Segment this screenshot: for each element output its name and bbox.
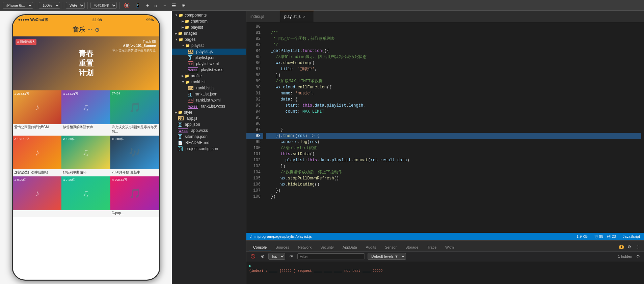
list-item[interactable]: ♫ ♫ 1.30亿 好听到单曲循环: [61, 136, 110, 176]
tree-folder-components[interactable]: ▼ 📁 components: [172, 12, 246, 18]
devtools-settings-button[interactable]: ⚙: [626, 244, 633, 250]
tree-file-ranklist-wxss[interactable]: wxss rankList.wxss: [172, 103, 246, 109]
file-label: project.config.json: [185, 146, 218, 151]
console-gear-button[interactable]: ⚙: [635, 253, 641, 259]
tree-file-ranklist-wxml[interactable]: <> rankList.wxml: [172, 97, 246, 103]
header-dots[interactable]: ···: [87, 27, 92, 33]
tab-security[interactable]: Security: [316, 244, 338, 251]
network-group: WiFi: [66, 2, 88, 9]
search-toolbar-button[interactable]: ⌕: [153, 2, 158, 9]
tree-file-appwxss[interactable]: ▶ wxss app.wxss: [172, 127, 246, 134]
tree-folder-style[interactable]: ▶ 📁 style: [172, 109, 246, 115]
file-label: rankList.json: [195, 92, 217, 96]
tab-audits[interactable]: Audits: [362, 244, 380, 251]
wxss-file-icon: wxss: [188, 67, 198, 72]
phone-time: 22:08: [92, 18, 102, 22]
tree-file-sitemap[interactable]: ▶ {} sitemap.json: [172, 134, 246, 140]
tab-sensor[interactable]: Sensor: [381, 244, 401, 251]
console-eye-button[interactable]: 👁: [288, 253, 295, 259]
music-count: ♫ 134.91万: [63, 92, 78, 96]
console-clear-button[interactable]: 🚫: [249, 253, 257, 259]
zoom-select[interactable]: 100%: [39, 2, 60, 9]
tree-folder-pages[interactable]: ▼ 📁 pages: [172, 36, 246, 42]
expand-arrow: ▶: [182, 26, 184, 29]
console-pause-button[interactable]: ⊘: [260, 253, 266, 259]
file-size: 1.9 KB: [576, 234, 588, 238]
layout-button[interactable]: ⊞: [180, 2, 187, 9]
screen-button[interactable]: 📱: [134, 2, 142, 9]
list-item[interactable]: ♫ ♫ 7.25亿: [61, 176, 110, 217]
tree-folder-chatroom[interactable]: ▶ 📁 chatroom: [172, 18, 246, 24]
file-label: rankList.wxml: [196, 98, 221, 103]
tab-storage[interactable]: Storage: [401, 244, 423, 251]
json-file-icon: {}: [178, 122, 182, 127]
list-button[interactable]: ☰: [170, 2, 178, 9]
json-file-icon: {}: [188, 92, 192, 96]
list-item[interactable]: 🎵 ♫ 708.52万 C-pop...: [110, 176, 159, 217]
list-item[interactable]: ♪ ♫ 0.00亿: [13, 176, 62, 217]
list-item[interactable]: 🎵 87459 许光汉女孩必听||你是寒冷冬天的...: [110, 90, 159, 136]
wxss-file-icon: wxss: [188, 104, 198, 109]
device-select[interactable]: iPhone 6/...: [3, 2, 33, 9]
tree-folder-playlist-page[interactable]: ▼ 📁 playlist: [172, 42, 246, 49]
phone-battery: 95%: [146, 18, 154, 22]
tree-folder-playlist-comp[interactable]: ▶ 📁 playlist: [172, 24, 246, 30]
operation-select[interactable]: 模拟操作: [90, 2, 117, 9]
music-title: 似曾相識的粤語女声: [61, 124, 110, 131]
tab-wxml[interactable]: Wxml: [441, 244, 459, 251]
tree-file-playlist-wxml[interactable]: <> playlist.wxml: [172, 61, 246, 67]
code-line: /**: [266, 30, 641, 36]
tree-folder-ranklist[interactable]: ▼ 📁 rankList: [172, 79, 246, 85]
device-group: iPhone 6/...: [3, 2, 36, 9]
network-select[interactable]: WiFi: [66, 2, 85, 9]
plus-button[interactable]: +: [145, 2, 150, 9]
code-line: [266, 121, 641, 127]
tab-label: index.js: [250, 14, 264, 19]
mute-button[interactable]: 🔇: [123, 2, 131, 9]
tree-file-appjs[interactable]: ▶ JS app.js: [172, 115, 246, 121]
tree-folder-profile[interactable]: ▶ 📁 profile: [172, 73, 246, 79]
tree-file-appjson[interactable]: ▶ {} app.json: [172, 121, 246, 127]
tree-folder-images[interactable]: ▶ 📁 images: [172, 30, 246, 36]
folder-label: style: [184, 110, 192, 115]
list-item[interactable]: ♪ ♫ 158.16亿 这都是些什么神仙翻唱: [13, 136, 62, 176]
tree-file-readme[interactable]: ▶ 📄 README.md: [172, 140, 246, 146]
music-title: 爱情公寓里好听的BGM: [13, 124, 62, 131]
expand-arrow: ▶: [175, 32, 177, 35]
devtools-menu-button[interactable]: ⋮: [635, 244, 641, 250]
tree-file-playlist-wxss[interactable]: wxss playlist.wxss: [172, 67, 246, 73]
tab-network[interactable]: Network: [294, 244, 316, 251]
tab-playlistjs[interactable]: playlist.js ✕: [280, 11, 314, 22]
tree-file-projectconfig[interactable]: ▶ (·) project.config.json: [172, 146, 246, 152]
tab-console[interactable]: Console: [249, 244, 271, 251]
code-line: _getPlaylist:function(){: [266, 48, 641, 54]
tree-file-playlist-js[interactable]: JS playlist.js: [172, 49, 246, 55]
tab-indexjs[interactable]: index.js: [246, 11, 280, 22]
file-path: /miniprogram/pages/playlist/playlist.js: [250, 234, 570, 238]
file-label: app.js: [186, 116, 197, 121]
console-context-select[interactable]: top: [268, 253, 285, 260]
json-file-icon: {}: [178, 134, 182, 139]
file-label: sitemap.json: [185, 134, 208, 139]
tab-close-button[interactable]: ✕: [303, 15, 305, 19]
list-item[interactable]: ♫ ♫ 134.91万 似曾相識的粤語女声: [61, 90, 110, 136]
tree-file-ranklist-json[interactable]: {} rankList.json: [172, 91, 246, 97]
list-item[interactable]: ♪ ♫ 268.51万 爱情公寓里好听的BGM: [13, 90, 62, 136]
folder-label: profile: [191, 74, 202, 78]
tab-appdata[interactable]: AppData: [339, 244, 361, 251]
wxml-file-icon: <>: [188, 61, 193, 66]
tab-sources[interactable]: Sources: [271, 244, 293, 251]
js-file-icon: JS: [178, 116, 184, 120]
code-line: [266, 24, 641, 30]
tab-trace[interactable]: Trace: [423, 244, 441, 251]
more-button[interactable]: ···: [161, 2, 168, 9]
tree-file-ranklist-js[interactable]: JS rankList.js: [172, 85, 246, 91]
list-item[interactable]: 🎶 ♫ 0.00亿 2020拜年祭 更新中: [110, 136, 159, 176]
code-line: console.log(res): [266, 139, 641, 145]
console-filter-input[interactable]: [297, 253, 365, 259]
console-level-select[interactable]: Default levels ▼: [368, 253, 406, 260]
header-search-icon[interactable]: ⊙: [95, 27, 99, 33]
tree-file-playlist-json[interactable]: {} playlist.json: [172, 55, 246, 61]
file-label: playlist.wxml: [196, 61, 219, 66]
folder-icon: 📁: [185, 74, 189, 78]
